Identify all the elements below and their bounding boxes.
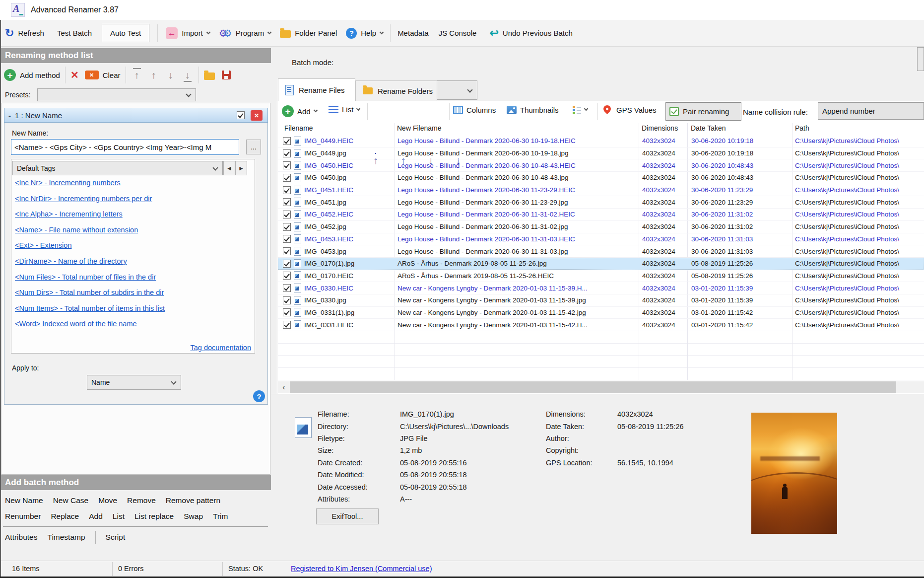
- open-preset-icon[interactable]: [204, 72, 215, 80]
- row-checkbox[interactable]: [283, 321, 291, 329]
- column-header-dimensions[interactable]: Dimensions: [642, 124, 678, 132]
- tag-link[interactable]: <Name> - File name without extension: [15, 226, 248, 242]
- program-button[interactable]: ⚙⚙ Program: [219, 28, 271, 38]
- row-checkbox[interactable]: [283, 308, 291, 316]
- table-row[interactable]: IMG_0453.jpgLego House - Billund - Denma…: [278, 245, 924, 258]
- metadata-button[interactable]: Metadata: [397, 29, 429, 37]
- auto-test-toggle[interactable]: Auto Test: [102, 24, 149, 42]
- move-down-icon[interactable]: ↓: [165, 70, 177, 80]
- table-row[interactable]: IMG_0451.jpgLego House - Billund - Denma…: [278, 196, 924, 209]
- row-checkbox[interactable]: [283, 137, 291, 145]
- tag-link[interactable]: <Inc Nr> - Incrementing numbers: [15, 179, 248, 195]
- column-header-new-filename[interactable]: New Filename: [397, 124, 441, 132]
- folder-panel-button[interactable]: Folder Panel: [280, 28, 337, 38]
- panel-toggle-button[interactable]: [917, 47, 924, 71]
- tag-link[interactable]: <DirName> - Name of the directory: [15, 257, 248, 273]
- collapse-icon[interactable]: -: [8, 111, 11, 120]
- table-row[interactable]: IMG_0170(1).jpgARoS - Århus - Denmark 20…: [278, 258, 924, 270]
- table-row[interactable]: IMG_0330.jpgNew car - Kongens Lyngby - D…: [278, 294, 924, 307]
- column-header-date-taken[interactable]: Date Taken: [691, 124, 726, 132]
- row-checkbox[interactable]: [283, 284, 291, 292]
- batch-method-link[interactable]: Renumber: [5, 512, 41, 521]
- batch-method-link[interactable]: Add: [89, 512, 103, 521]
- gps-values-button[interactable]: GPS Values: [603, 106, 657, 114]
- tag-category-dropdown[interactable]: Default Tags: [12, 161, 223, 175]
- tab-rename-folders[interactable]: Rename Folders: [355, 80, 437, 101]
- clear-methods-button[interactable]: ✕ Clear: [85, 71, 121, 79]
- tag-documentation-link[interactable]: Tag documentation: [190, 344, 251, 352]
- batch-method-link[interactable]: Timestamp: [47, 533, 85, 542]
- test-batch-button[interactable]: Test Batch: [57, 29, 92, 37]
- method-close-button[interactable]: ✕: [251, 110, 263, 121]
- import-button[interactable]: ← Import: [166, 27, 210, 39]
- batch-method-link[interactable]: Remove pattern: [166, 496, 220, 505]
- column-header-path[interactable]: Path: [795, 124, 809, 132]
- move-top-icon[interactable]: ↑: [131, 70, 143, 80]
- table-row[interactable]: IMG_0449.HEICLego House - Billund - Denm…: [278, 135, 924, 147]
- table-row[interactable]: IMG_0453.HEICLego House - Billund - Denm…: [278, 233, 924, 246]
- tag-nav-left-button[interactable]: ◄: [223, 161, 235, 175]
- view-size-button[interactable]: [573, 106, 588, 114]
- row-checkbox[interactable]: [283, 149, 291, 157]
- tag-link[interactable]: <Num Files> - Total number of files in t…: [15, 273, 248, 289]
- move-bottom-icon[interactable]: ↓: [182, 70, 194, 80]
- batch-method-link[interactable]: Move: [98, 496, 117, 505]
- save-preset-icon[interactable]: [222, 71, 231, 79]
- table-row[interactable]: IMG_0330.HEICNew car - Kongens Lyngby - …: [278, 282, 924, 294]
- undo-previous-batch-button[interactable]: ↩ Undo Previous Batch: [489, 28, 572, 39]
- refresh-button[interactable]: ↻ Refresh: [5, 28, 44, 39]
- row-checkbox[interactable]: [283, 161, 291, 169]
- row-checkbox[interactable]: [283, 186, 291, 194]
- registered-link[interactable]: Registered to Kim Jensen (Commercial use…: [291, 565, 432, 573]
- new-name-input[interactable]: [11, 139, 239, 155]
- batch-method-link[interactable]: Script: [106, 533, 126, 542]
- list-button[interactable]: List: [329, 105, 360, 114]
- table-row[interactable]: IMG_0331(1).jpgNew car - Kongens Lyngby …: [278, 307, 924, 319]
- add-method-button[interactable]: + Add method: [4, 69, 60, 81]
- add-files-button[interactable]: + Add: [282, 105, 317, 117]
- scrollbar-thumb[interactable]: [290, 381, 896, 393]
- row-checkbox[interactable]: [283, 260, 291, 268]
- table-row[interactable]: IMG_0450.HEICLego House - Billund - Denm…: [278, 159, 924, 172]
- tag-link[interactable]: <Word> Indexed word of the file name: [15, 320, 248, 336]
- row-checkbox[interactable]: [283, 235, 291, 243]
- method-enabled-checkbox[interactable]: [237, 111, 245, 119]
- move-up-icon[interactable]: ↑: [148, 70, 160, 80]
- help-button[interactable]: ? Help: [346, 28, 383, 39]
- tag-link[interactable]: <Num Items> - Total number of items in t…: [15, 304, 248, 320]
- batch-method-link[interactable]: Replace: [51, 512, 79, 521]
- horizontal-scrollbar[interactable]: ‹: [278, 381, 924, 393]
- tag-link[interactable]: <Inc Alpha> - Incrementing letters: [15, 210, 248, 226]
- batch-method-link[interactable]: Remove: [127, 496, 156, 505]
- table-row[interactable]: IMG_0450.jpgLego House - Billund - Denma…: [278, 172, 924, 184]
- js-console-button[interactable]: JS Console: [439, 29, 477, 37]
- table-row[interactable]: IMG_0451.HEICLego House - Billund - Denm…: [278, 184, 924, 197]
- delete-method-icon[interactable]: ✕: [70, 69, 79, 81]
- row-checkbox[interactable]: [283, 272, 291, 280]
- columns-button[interactable]: Columns: [453, 106, 496, 114]
- batch-method-link[interactable]: Trim: [213, 512, 228, 521]
- table-row[interactable]: IMG_0331.HEICNew car - Kongens Lyngby - …: [278, 319, 924, 331]
- tag-link[interactable]: <Inc NrDir> - Incrementing numbers per d…: [15, 195, 248, 211]
- apply-to-dropdown[interactable]: Name: [87, 375, 181, 390]
- batch-method-link[interactable]: Attributes: [5, 533, 37, 542]
- table-row[interactable]: IMG_0452.jpgLego House - Billund - Denma…: [278, 221, 924, 233]
- row-checkbox[interactable]: [283, 211, 291, 218]
- batch-method-link[interactable]: List: [113, 512, 125, 521]
- column-header-filename[interactable]: Filename: [284, 124, 313, 132]
- pair-renaming-toggle[interactable]: Pair renaming: [665, 102, 741, 121]
- presets-dropdown[interactable]: [37, 88, 196, 101]
- batch-method-link[interactable]: New Name: [5, 496, 43, 505]
- name-collision-rule-dropdown[interactable]: Append number: [818, 102, 924, 120]
- row-checkbox[interactable]: [283, 296, 291, 304]
- row-checkbox[interactable]: [283, 223, 291, 231]
- tag-link[interactable]: <Num Dirs> - Total number of subdirs in …: [15, 289, 248, 304]
- table-row[interactable]: IMG_0170.HEICARoS - Århus - Denmark 2019…: [278, 270, 924, 283]
- batch-method-link[interactable]: List replace: [134, 512, 174, 521]
- tab-rename-files[interactable]: Rename Files: [278, 78, 355, 101]
- row-checkbox[interactable]: [283, 198, 291, 206]
- method-header[interactable]: - 1 : New Name ✕: [4, 108, 268, 123]
- table-row[interactable]: IMG_0452.HEICLego House - Billund - Denm…: [278, 209, 924, 221]
- tag-link[interactable]: <Ext> - Extension: [15, 241, 248, 257]
- batch-method-link[interactable]: New Case: [53, 496, 89, 505]
